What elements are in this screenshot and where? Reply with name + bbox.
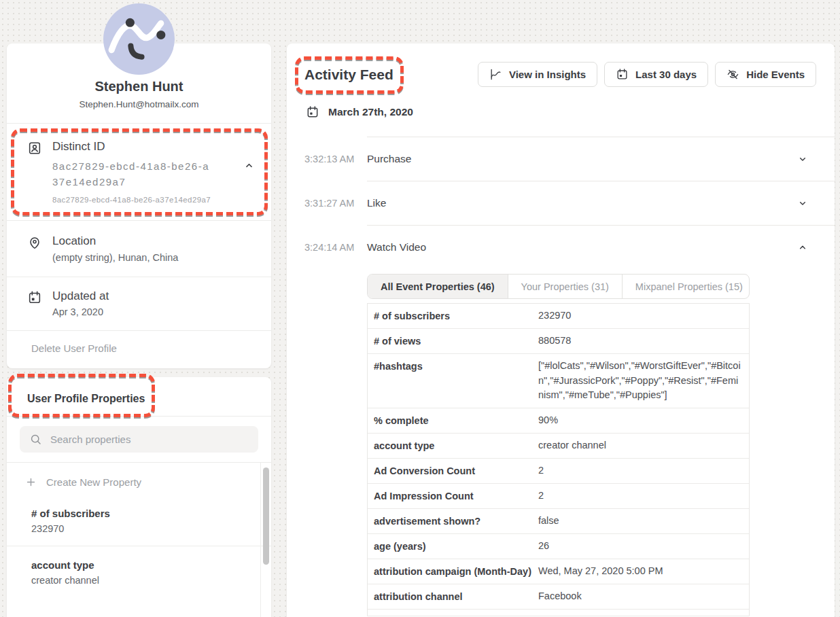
property-key: % complete <box>368 408 538 433</box>
chevron-down-icon[interactable] <box>797 154 808 164</box>
property-key: attribution campaign (Month-Day) <box>368 559 538 584</box>
search-box[interactable] <box>20 426 258 453</box>
calendar-icon <box>306 105 319 119</box>
event-properties-table: # of subscribers 232970 # of views 88057… <box>367 303 750 616</box>
event-row-watch-video[interactable]: 3:24:14 AM Watch Video <box>287 226 835 269</box>
activity-feed-card: Activity Feed View in Insights <box>287 43 835 617</box>
hide-events-button[interactable]: Hide Events <box>715 62 816 87</box>
date-group-header: March 27th, 2020 <box>306 105 835 119</box>
chevron-up-icon[interactable] <box>797 242 808 253</box>
scrollbar-track[interactable] <box>260 463 271 617</box>
hide-events-label: Hide Events <box>746 69 805 80</box>
property-value: 2 <box>538 459 749 483</box>
table-row: # of views 880578 <box>368 329 749 354</box>
create-new-property-button[interactable]: Create New Property <box>7 463 271 495</box>
property-key: attribution channel <box>368 584 538 609</box>
search-properties-input[interactable] <box>50 434 249 445</box>
delete-user-profile-button[interactable]: Delete User Profile <box>7 330 271 368</box>
id-badge-icon <box>27 140 42 204</box>
user-profile-properties-card: User Profile Properties Create New Prope… <box>7 377 271 617</box>
property-key: Ad Conversion Count <box>368 459 538 483</box>
properties-panel-title: User Profile Properties <box>27 393 145 404</box>
scrollbar-thumb[interactable] <box>263 468 269 565</box>
property-item[interactable]: account type creator channel <box>7 546 271 597</box>
location-value: (empty string), Hunan, China <box>52 252 178 263</box>
property-value: Wed, May 27, 2020 5:00 PM <box>538 559 749 584</box>
event-name: Watch Video <box>367 241 426 253</box>
event-properties-tabs: All Event Properties (46) Your Propertie… <box>367 274 750 299</box>
event-row-purchase[interactable]: 3:32:13 AM Purchase <box>287 137 835 181</box>
property-key: age (years) <box>368 534 538 559</box>
property-value: 2 <box>538 484 749 508</box>
updated-at-section: Updated at Apr 3, 2020 <box>7 277 271 330</box>
date-group-label: March 27th, 2020 <box>328 106 413 118</box>
activity-feed-header: Activity Feed View in Insights <box>287 43 835 87</box>
user-name: Stephen Hunt <box>18 79 260 94</box>
property-value: false <box>538 509 749 533</box>
date-range-label: Last 30 days <box>635 69 697 80</box>
property-key: advertisement shown? <box>368 509 538 533</box>
event-time: 3:31:27 AM <box>304 198 367 209</box>
table-row: % complete 90% <box>368 408 749 434</box>
table-row: attribution campaign (Month-Day) Wed, Ma… <box>368 559 749 584</box>
event-time: 3:32:13 AM <box>304 154 367 164</box>
create-new-property-label: Create New Property <box>46 476 141 488</box>
search-wrap <box>7 416 271 462</box>
table-row: age (years) 26 <box>368 534 749 559</box>
table-row: account type creator channel <box>368 434 749 459</box>
distinct-id-label: Distinct ID <box>52 140 215 154</box>
table-row <box>368 610 749 616</box>
plus-icon <box>25 476 37 488</box>
insights-chart-icon <box>489 68 502 81</box>
property-value: creator channel <box>31 575 244 586</box>
property-item[interactable]: # of subscribers 232970 <box>7 495 271 546</box>
calendar-icon <box>27 289 42 317</box>
feed-actions: View in Insights Last 30 days <box>478 62 816 87</box>
view-in-insights-label: View in Insights <box>509 69 586 80</box>
location-pin-icon <box>27 234 42 263</box>
date-range-button[interactable]: Last 30 days <box>604 62 708 87</box>
event-name: Like <box>367 197 386 209</box>
tab-your-properties[interactable]: Your Properties (31) <box>508 275 623 298</box>
chevron-up-icon[interactable] <box>243 160 255 171</box>
table-row: advertisement shown? false <box>368 509 749 534</box>
property-value: 232970 <box>538 304 749 328</box>
distinct-id-value: 8ac27829-ebcd-41a8-be26-a37e14ed29a7 <box>52 158 215 190</box>
user-email: Stephen.Hunt@hotmailx.com <box>18 99 260 109</box>
updated-at-value: Apr 3, 2020 <box>52 306 109 317</box>
property-value: 26 <box>538 534 749 559</box>
properties-panel-title-row: User Profile Properties <box>7 377 271 416</box>
location-section: Location (empty string), Hunan, China <box>7 220 271 277</box>
tab-mixpanel-properties[interactable]: Mixpanel Properties (15) <box>623 275 750 298</box>
tab-all-event-properties[interactable]: All Event Properties (46) <box>368 275 508 298</box>
event-row-like[interactable]: 3:31:27 AM Like <box>287 181 835 225</box>
property-value: 232970 <box>31 523 244 534</box>
event-name: Purchase <box>367 153 411 165</box>
location-label: Location <box>52 234 178 248</box>
property-name: # of subscribers <box>31 508 244 519</box>
properties-list: Create New Property # of subscribers 232… <box>7 462 271 617</box>
table-row: attribution channel Facebook <box>368 584 749 610</box>
activity-feed-title: Activity Feed <box>304 67 393 83</box>
event-properties-panel: All Event Properties (46) Your Propertie… <box>367 274 750 616</box>
chevron-down-icon[interactable] <box>797 198 808 209</box>
property-name: account type <box>31 559 244 571</box>
property-key: # of views <box>368 329 538 353</box>
user-profile-card: Stephen Hunt Stephen.Hunt@hotmailx.com D… <box>7 43 271 368</box>
table-row: #hashtags ["#lolCats","#Wilson","#WorstG… <box>368 354 749 408</box>
updated-at-label: Updated at <box>52 289 109 303</box>
view-in-insights-button[interactable]: View in Insights <box>478 62 597 87</box>
user-avatar <box>103 3 175 75</box>
table-row: Ad Impression Count 2 <box>368 484 749 509</box>
property-value: 90% <box>538 408 749 433</box>
property-value: creator channel <box>538 434 749 458</box>
eye-off-icon <box>727 68 739 81</box>
property-value: 880578 <box>538 329 749 353</box>
property-key: # of subscribers <box>368 304 538 328</box>
property-value: ["#lolCats","#Wilson","#WorstGiftEver","… <box>538 354 749 408</box>
calendar-icon <box>616 68 629 81</box>
property-key: account type <box>368 434 538 458</box>
table-row: Ad Conversion Count 2 <box>368 459 749 484</box>
property-value: Facebook <box>538 584 749 609</box>
distinct-id-section[interactable]: Distinct ID 8ac27829-ebcd-41a8-be26-a37e… <box>7 123 271 220</box>
